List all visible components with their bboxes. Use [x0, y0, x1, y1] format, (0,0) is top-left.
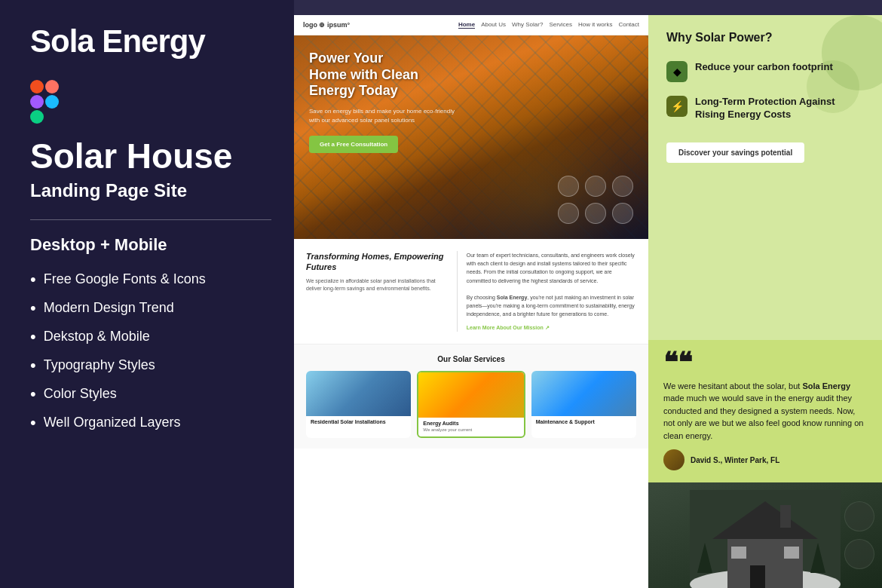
about-title: Transforming Homes, Empowering Futures — [306, 251, 448, 273]
hero-title: Power Your Home with Clean Energy Today — [309, 51, 460, 100]
hero-title-line1: Power Your — [309, 51, 383, 66]
bottom-dark-section — [648, 482, 882, 588]
author-name: David S., Winter Park, FL — [691, 456, 779, 464]
circle-deco — [558, 176, 579, 197]
house-svg — [690, 490, 841, 588]
product-title: Solar House — [30, 137, 264, 176]
discover-button[interactable]: Discover your savings potential — [666, 142, 804, 163]
list-item: Modern Design Trend — [30, 299, 264, 318]
service-label-3: Maintenance & Support — [531, 416, 636, 426]
hero-subtitle: Save on energy bills and make your home … — [309, 107, 460, 125]
circle-deco — [585, 203, 606, 224]
testimonial-author: David S., Winter Park, FL — [663, 449, 867, 470]
figma-dot-red — [30, 80, 44, 93]
nav-how[interactable]: How it works — [578, 21, 612, 29]
about-body-text: Our team of expert technicians, consulta… — [467, 253, 635, 317]
features-list: Free Google Fonts & Icons Modern Design … — [30, 270, 264, 433]
svg-rect-4 — [750, 565, 765, 588]
top-strip — [294, 0, 882, 15]
service-label-1: Residential Solar Installations — [306, 416, 411, 426]
service-card-1: Residential Solar Installations — [306, 371, 411, 438]
website-mockup: logo ⊕ ipsum° Home About Us Why Solar? S… — [294, 15, 648, 588]
service-img-1 — [306, 371, 411, 416]
services-grid: Residential Solar Installations Energy A… — [306, 371, 636, 438]
testimonial-text: We were hesitant about the solar, but So… — [663, 380, 867, 443]
figma-dot-orange — [45, 80, 59, 93]
services-title: Our Solar Services — [306, 355, 636, 363]
lightning-icon: ⚡ — [666, 96, 688, 117]
dark-circle — [844, 539, 874, 569]
platform-label: Desktop + Mobile — [30, 235, 264, 255]
list-item: Typography Styles — [30, 356, 264, 375]
circle-deco — [612, 203, 633, 224]
hero-title-line2: Home with Clean — [309, 67, 418, 82]
browser-bar: logo ⊕ ipsum° Home About Us Why Solar? S… — [294, 15, 648, 35]
testimonial-text-after: made much we would save in the energy au… — [663, 394, 863, 440]
nav-links: Home About Us Why Solar? Services How it… — [458, 21, 639, 29]
brand-title: Sola Energy — [30, 24, 264, 59]
diamond-icon: ◆ — [666, 61, 688, 82]
learn-more-link[interactable]: Learn More About Our Mission ↗ — [467, 323, 636, 332]
list-item: Well Organized Layers — [30, 413, 264, 433]
nav-about[interactable]: About Us — [481, 21, 506, 29]
feature-text-1: Reduce your carbon footprint — [695, 61, 833, 74]
about-divider — [457, 251, 458, 332]
product-subtitle: Landing Page Site — [30, 180, 264, 201]
cta-button[interactable]: Get a Free Consultation — [309, 136, 398, 153]
list-item: Color Styles — [30, 384, 264, 404]
svg-rect-7 — [780, 505, 791, 528]
services-section: Our Solar Services Residential Solar Ins… — [294, 345, 648, 449]
about-section: Transforming Homes, Empowering Futures W… — [294, 239, 648, 345]
author-avatar — [663, 449, 684, 470]
hero-content: Power Your Home with Clean Energy Today … — [309, 51, 460, 153]
green-section: Why Solar Power? ◆ Reduce your carbon fo… — [648, 15, 882, 340]
hero-section: Power Your Home with Clean Energy Today … — [294, 35, 648, 239]
left-panel: Sola Energy Solar House Landing Page Sit… — [0, 0, 294, 588]
service-img-3 — [531, 371, 636, 416]
site-logo: logo ⊕ ipsum° — [303, 21, 350, 29]
about-desc: We specialize in affordable solar panel … — [306, 277, 448, 293]
quote-mark: ❝❝ — [663, 352, 867, 374]
divider — [30, 219, 271, 220]
middle-row: logo ⊕ ipsum° Home About Us Why Solar? S… — [294, 15, 882, 588]
about-title-italic: Transforming — [306, 252, 360, 261]
circle-deco — [612, 176, 633, 197]
right-side: logo ⊕ ipsum° Home About Us Why Solar? S… — [294, 0, 882, 588]
green-section-title: Why Solar Power? — [666, 30, 864, 46]
figma-icon — [30, 80, 60, 122]
service-img-2 — [418, 372, 523, 418]
list-item: Dekstop & Mobile — [30, 327, 264, 347]
service-card-3: Maintenance & Support — [531, 371, 636, 438]
about-right: Our team of expert technicians, consulta… — [467, 251, 636, 332]
dark-circles-decoration — [837, 482, 882, 588]
about-left: Transforming Homes, Empowering Futures W… — [306, 251, 448, 332]
brand-name-mention: Sola Energy — [802, 381, 850, 390]
nav-contact[interactable]: Contact — [618, 21, 639, 29]
testimonial-section: ❝❝ We were hesitant about the solar, but… — [648, 340, 882, 482]
service-label-2: Energy Audits — [418, 418, 523, 427]
dark-circle — [844, 501, 874, 531]
figma-dot-blue — [45, 95, 59, 109]
nav-services[interactable]: Services — [549, 21, 572, 29]
svg-rect-6 — [784, 547, 799, 559]
right-info-panel: Why Solar Power? ◆ Reduce your carbon fo… — [648, 15, 882, 588]
list-item: Free Google Fonts & Icons — [30, 270, 264, 289]
nav-why[interactable]: Why Solar? — [512, 21, 543, 29]
nav-home[interactable]: Home — [458, 21, 475, 29]
feature-text-2: Long-Term Protection Against Rising Ener… — [695, 96, 864, 121]
feature-item-2: ⚡ Long-Term Protection Against Rising En… — [666, 96, 864, 121]
circle-deco — [585, 176, 606, 197]
svg-rect-5 — [731, 547, 746, 559]
figma-dot-green — [30, 110, 44, 124]
service-card-2: Energy Audits We analyze your current — [417, 371, 525, 438]
testimonial-text-before: We were hesitant about the solar, but — [663, 381, 802, 390]
feature-item-1: ◆ Reduce your carbon footprint — [666, 61, 864, 82]
hero-title-line3: Energy Today — [309, 83, 398, 98]
circle-deco — [558, 203, 579, 224]
service-desc-2: We analyze your current — [418, 427, 523, 436]
circles-decoration — [558, 176, 633, 224]
figma-dot-purple — [30, 95, 44, 109]
